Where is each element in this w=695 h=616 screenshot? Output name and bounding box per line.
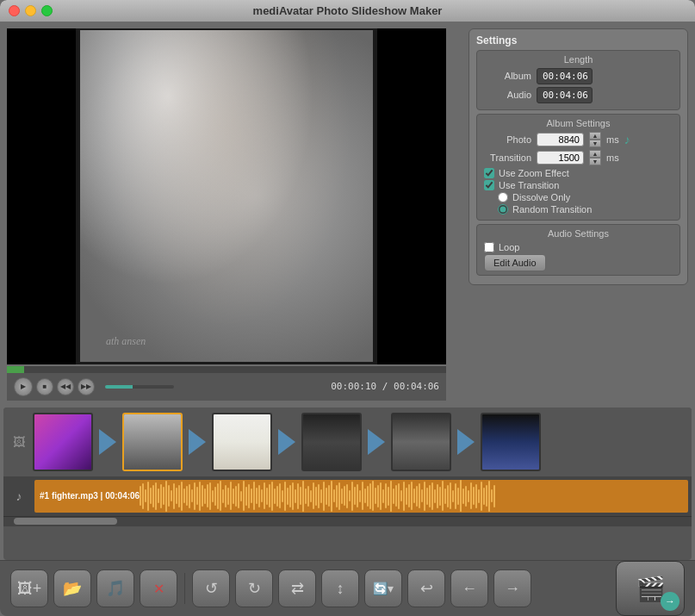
stop-button[interactable]: ■ — [36, 378, 53, 395]
thumbnail-3[interactable] — [212, 413, 272, 471]
thumbnail-6[interactable] — [481, 413, 541, 471]
horizontal-scrollbar[interactable] — [3, 516, 692, 526]
transition-button[interactable]: ⇄ — [278, 569, 316, 607]
time-display: 00:00:10 / 00:04:06 — [331, 381, 439, 392]
transition-spinner: ▲ ▼ — [589, 150, 601, 165]
photo-input[interactable] — [537, 133, 584, 146]
next-item-button[interactable]: → — [493, 569, 531, 607]
album-label: Album — [484, 71, 531, 81]
loop-icon: 🔄▾ — [373, 582, 394, 595]
open-folder-button[interactable]: 📂 — [53, 569, 91, 607]
volume-slider[interactable] — [105, 385, 174, 389]
photo-label: Photo — [484, 134, 531, 145]
transition-row: Transition ▲ ▼ ms — [484, 150, 673, 165]
random-radio[interactable] — [498, 204, 508, 215]
thumbnail-1[interactable] — [33, 413, 93, 471]
rotate-right-button[interactable]: ↻ — [235, 569, 273, 607]
photo-spinner: ▲ ▼ — [589, 132, 601, 147]
close-button[interactable] — [9, 5, 20, 16]
album-row: Album 00:04:06 — [484, 68, 673, 84]
length-section: Length Album 00:04:06 Audio 00:04:06 — [476, 50, 680, 110]
maximize-button[interactable] — [41, 5, 53, 16]
photo-down[interactable]: ▼ — [589, 140, 601, 147]
scroll-thumb[interactable] — [14, 518, 117, 525]
thumbnail-4[interactable] — [301, 413, 362, 471]
thumbnail-5[interactable] — [391, 413, 451, 471]
time-total: 00:04:06 — [394, 381, 439, 392]
audio-strip: ♪ #1 fighter.mp3 | 00:04:06 — [3, 476, 692, 516]
delete-button[interactable]: ✕ — [140, 569, 177, 607]
thumbnail-2[interactable] — [122, 413, 183, 471]
arrow-2 — [184, 425, 210, 459]
photo-up[interactable]: ▲ — [589, 132, 601, 140]
prev-button[interactable]: ◀◀ — [57, 378, 74, 395]
play-button[interactable]: ▶ — [14, 377, 33, 396]
add-photo-icon: 🖼+ — [17, 580, 42, 598]
loop-checkbox[interactable] — [484, 242, 494, 252]
transition-down[interactable]: ▼ — [589, 158, 601, 165]
use-zoom-label: Use Zoom Effect — [499, 168, 569, 178]
export-badge: → — [661, 592, 679, 611]
rotate-left-button[interactable]: ↺ — [192, 569, 230, 607]
edit-audio-button[interactable]: Edit Audio — [484, 254, 546, 271]
main-content: ath ansen ▶ ■ ◀◀ ▶▶ 00:00:10 / 00:04:06 — [0, 22, 695, 408]
use-transition-label: Use Transition — [499, 180, 559, 190]
settings-title: Settings — [476, 34, 680, 47]
next-button[interactable]: ▶▶ — [78, 378, 95, 395]
add-music-button[interactable]: 🎵 — [96, 569, 134, 607]
settings-section: Settings Length Album 00:04:06 Audio 00:… — [469, 28, 688, 285]
watermark: ath ansen — [106, 335, 146, 348]
delete-icon: ✕ — [153, 581, 164, 597]
dissolve-radio[interactable] — [498, 192, 508, 202]
progress-bar-container[interactable] — [7, 366, 446, 373]
audio-settings-section: Audio Settings Loop Edit Audio — [476, 224, 680, 276]
audio-row: Audio 00:04:06 — [484, 87, 673, 103]
dissolve-label: Dissolve Only — [512, 192, 570, 202]
transition-up[interactable]: ▲ — [589, 150, 601, 158]
flip-icon: ↕ — [337, 580, 344, 598]
export-button[interactable]: 🎬 → — [616, 561, 685, 616]
transport-bar: ▶ ■ ◀◀ ▶▶ 00:00:10 / 00:04:06 — [7, 373, 446, 401]
album-time: 00:04:06 — [537, 68, 593, 84]
audio-track-label: #1 fighter.mp3 | 00:04:06 — [40, 491, 140, 501]
music-icon: ♪ — [624, 133, 630, 146]
right-panel: Settings Length Album 00:04:06 Audio 00:… — [469, 28, 688, 401]
photo-strip-icon: 🖼 — [7, 416, 31, 468]
main-window: mediAvatar Photo Slideshow Maker ath ans… — [0, 0, 695, 616]
photo-ms: ms — [606, 134, 619, 145]
use-transition-checkbox[interactable] — [484, 180, 494, 190]
timeline-area: 🖼 — [3, 408, 692, 560]
add-photo-button[interactable]: 🖼+ — [10, 569, 48, 607]
minimize-button[interactable] — [25, 5, 36, 16]
prev-icon: ← — [462, 580, 477, 598]
transition-label: Transition — [484, 152, 531, 163]
random-row: Random Transition — [484, 204, 673, 215]
loop-row: Loop — [484, 242, 673, 252]
next-icon: → — [505, 580, 520, 598]
waveform — [140, 480, 683, 513]
flip-button[interactable]: ↕ — [321, 569, 359, 607]
photo-row: Photo ▲ ▼ ms ♪ — [484, 132, 673, 147]
thumbnail-strip: 🖼 — [3, 408, 692, 476]
undo-icon: ↩ — [420, 579, 433, 598]
arrow-4 — [363, 425, 389, 459]
window-title: mediAvatar Photo Slideshow Maker — [253, 4, 443, 17]
transition-ms: ms — [606, 152, 619, 163]
audio-time: 00:04:06 — [537, 87, 593, 103]
audio-track[interactable]: #1 fighter.mp3 | 00:04:06 — [34, 480, 688, 513]
transition-input[interactable] — [537, 151, 584, 165]
audio-label: Audio — [484, 90, 531, 100]
loop-btn[interactable]: 🔄▾ — [364, 569, 402, 607]
use-zoom-checkbox[interactable] — [484, 168, 494, 178]
progress-bar — [7, 366, 24, 373]
prev-item-button[interactable]: ← — [450, 569, 488, 607]
preview-photo: ath ansen — [80, 30, 373, 362]
arrow-5 — [453, 425, 479, 459]
toolbar: 🖼+ 📂 🎵 ✕ ↺ ↻ ⇄ ↕ 🔄▾ ↩ ← — [0, 560, 695, 616]
rotate-right-icon: ↻ — [248, 579, 261, 598]
left-panel: ath ansen ▶ ■ ◀◀ ▶▶ 00:00:10 / 00:04:06 — [7, 28, 462, 401]
undo-button[interactable]: ↩ — [407, 569, 445, 607]
rotate-left-icon: ↺ — [205, 579, 218, 598]
toolbar-divider-1 — [184, 573, 185, 604]
transition-icon: ⇄ — [291, 579, 304, 598]
